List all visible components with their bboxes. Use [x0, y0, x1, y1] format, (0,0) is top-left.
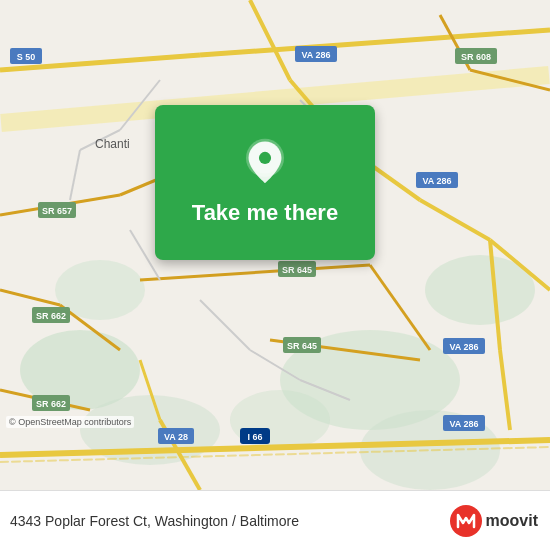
svg-text:S 50: S 50	[17, 52, 36, 62]
svg-line-23	[140, 265, 370, 280]
svg-point-69	[259, 152, 271, 164]
svg-text:SR 662: SR 662	[36, 311, 66, 321]
svg-text:SR 662: SR 662	[36, 399, 66, 409]
svg-text:SR 608: SR 608	[461, 52, 491, 62]
svg-text:VA 286: VA 286	[449, 419, 478, 429]
osm-attribution: © OpenStreetMap contributors	[6, 416, 134, 428]
svg-line-10	[250, 0, 290, 80]
svg-line-13	[420, 200, 490, 240]
svg-text:SR 657: SR 657	[42, 206, 72, 216]
svg-text:VA 286: VA 286	[301, 50, 330, 60]
svg-line-9	[200, 30, 550, 55]
bottom-bar: 4343 Poplar Forest Ct, Washington / Balt…	[0, 490, 550, 550]
svg-line-33	[70, 150, 80, 200]
svg-text:SR 645: SR 645	[282, 265, 312, 275]
address-text: 4343 Poplar Forest Ct, Washington / Balt…	[10, 513, 299, 529]
svg-line-26	[0, 290, 60, 305]
svg-text:VA 286: VA 286	[422, 176, 451, 186]
take-me-there-button[interactable]: Take me there	[192, 200, 338, 226]
moovit-text: moovit	[486, 512, 538, 530]
svg-text:VA 286: VA 286	[449, 342, 478, 352]
svg-text:Chanti: Chanti	[95, 137, 130, 151]
svg-line-16	[500, 350, 510, 430]
location-pin-icon	[239, 138, 291, 190]
moovit-m-icon	[456, 513, 476, 529]
svg-text:VA 28: VA 28	[164, 432, 188, 442]
svg-text:I 66: I 66	[247, 432, 262, 442]
moovit-logo: moovit	[450, 505, 538, 537]
location-card[interactable]: Take me there	[155, 105, 375, 260]
map-container: VA 286 SR 608 VA 286 SR 657 SR 645 SR 64…	[0, 0, 550, 490]
svg-line-37	[200, 300, 250, 350]
svg-text:SR 645: SR 645	[287, 341, 317, 351]
moovit-icon	[450, 505, 482, 537]
